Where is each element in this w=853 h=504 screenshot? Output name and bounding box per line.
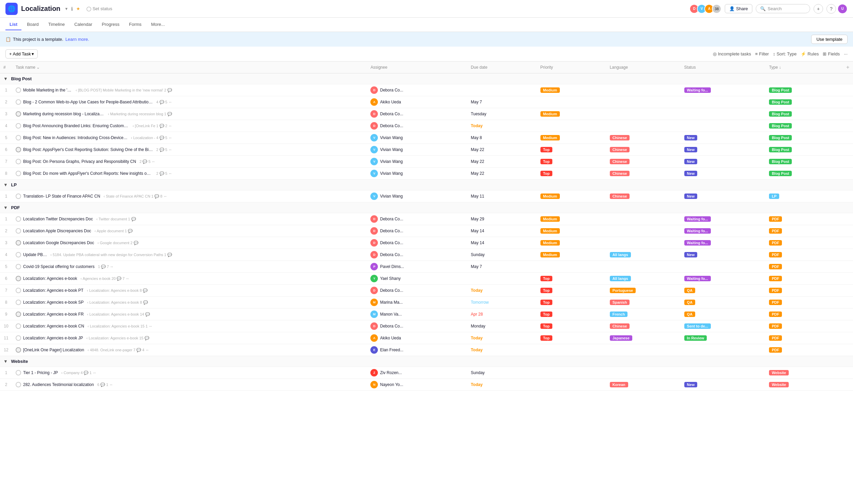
assignee-cell[interactable]: V Vivian Wang — [367, 132, 467, 144]
task-name-cell[interactable]: Localization Apple Discrepancies Doc ‹ A… — [12, 225, 367, 237]
star-icon[interactable]: ★ — [76, 6, 80, 11]
section-header[interactable]: ▼ LP — [0, 180, 853, 190]
table-row[interactable]: 11 Localization: Agencies e-book JP ‹ Lo… — [0, 332, 853, 344]
col-header-type[interactable]: Type ↓ — [766, 62, 843, 73]
row-options[interactable] — [843, 108, 853, 120]
task-checkbox[interactable] — [16, 135, 21, 140]
row-options[interactable] — [843, 285, 853, 297]
col-header-task[interactable]: Task name ⌄ — [12, 62, 367, 73]
tab-progress[interactable]: Progress — [98, 19, 123, 30]
task-checkbox[interactable] — [16, 264, 21, 269]
table-row[interactable]: 2 Localization Apple Discrepancies Doc ‹… — [0, 225, 853, 237]
table-row[interactable]: 1 Translation- LP State of Finance APAC … — [0, 190, 853, 202]
assignee-cell[interactable]: E Elan Freed... — [367, 344, 467, 356]
row-options[interactable] — [843, 237, 853, 249]
task-checkbox[interactable] — [16, 252, 21, 257]
task-checkbox[interactable] — [16, 147, 21, 152]
col-header-language[interactable]: Language — [606, 62, 681, 73]
row-options[interactable] — [843, 367, 853, 379]
table-row[interactable]: 12 [OneLink One Pager] Localization ‹ 48… — [0, 344, 853, 356]
row-options[interactable] — [843, 190, 853, 202]
assignee-cell[interactable]: A Akiko Ueda — [367, 332, 467, 344]
tab-calendar[interactable]: Calendar — [70, 19, 96, 30]
table-row[interactable]: 4 Blog Post Announcing Branded Links: En… — [0, 120, 853, 132]
table-row[interactable]: 7 Blog Post: On Persona Graphs, Privacy … — [0, 156, 853, 168]
assignee-cell[interactable]: Z Ziv Rozen... — [367, 367, 467, 379]
task-name-cell[interactable]: Blog Post: New in Audiences: Introducing… — [12, 132, 367, 144]
row-options[interactable] — [843, 96, 853, 108]
table-row[interactable]: 6 Blog Post: AppsFlyer's Cost Reporting … — [0, 144, 853, 156]
row-options[interactable] — [843, 332, 853, 344]
col-header-due[interactable]: Due date — [467, 62, 537, 73]
row-options[interactable] — [843, 84, 853, 96]
table-row[interactable]: 4 Update PBA onepagers - languages ‹ 518… — [0, 249, 853, 261]
task-name-cell[interactable]: Mobile Marketing in the 'new normal' - L… — [12, 84, 367, 96]
task-checkbox[interactable] — [16, 240, 21, 246]
tab-timeline[interactable]: Timeline — [44, 19, 69, 30]
section-chevron[interactable]: ▼ — [3, 359, 8, 364]
add-button[interactable]: + — [814, 4, 823, 14]
more-options-button[interactable]: ··· — [844, 51, 848, 56]
task-name-cell[interactable]: Localization: Agencies e-book FR ‹ Local… — [12, 308, 367, 320]
tab-forms[interactable]: Forms — [125, 19, 146, 30]
table-row[interactable]: 1 Tier 1 - Pricing - JP ‹ Company 4 💬 1 … — [0, 367, 853, 379]
set-status[interactable]: ◯ Set status — [86, 6, 112, 11]
assignee-cell[interactable]: M Marina Ma... — [367, 297, 467, 308]
task-checkbox[interactable] — [16, 276, 21, 281]
task-checkbox[interactable] — [16, 288, 21, 293]
section-chevron[interactable]: ▼ — [3, 76, 8, 81]
task-name-cell[interactable]: Blog Post: On Persona Graphs, Privacy an… — [12, 156, 367, 168]
assignee-cell[interactable]: D Debora Co... — [367, 320, 467, 332]
task-name-cell[interactable]: 282. Audiences Testimonial localization … — [12, 379, 367, 391]
info-icon[interactable]: ℹ — [71, 6, 73, 12]
sort-button[interactable]: ↕ Sort: Type — [773, 51, 797, 56]
help-button[interactable]: ? — [826, 4, 836, 14]
col-header-assignee[interactable]: Assignee — [367, 62, 467, 73]
table-row[interactable]: 9 Localization: Agencies e-book FR ‹ Loc… — [0, 308, 853, 320]
table-row[interactable]: 6 Localization: Agencies e-book ‹ Agenci… — [0, 273, 853, 285]
table-row[interactable]: 5 Covid-19 Special offering for customer… — [0, 261, 853, 273]
task-checkbox[interactable] — [16, 335, 21, 341]
use-template-button[interactable]: Use template — [811, 35, 848, 44]
section-chevron[interactable]: ▼ — [3, 182, 8, 187]
row-options[interactable] — [843, 344, 853, 356]
task-name-cell[interactable]: Localization: Agencies e-book PT ‹ Local… — [12, 285, 367, 297]
task-checkbox[interactable] — [16, 300, 21, 305]
assignee-cell[interactable]: D Debora Co... — [367, 249, 467, 261]
rules-button[interactable]: ⚡ Rules — [801, 51, 819, 56]
task-name-cell[interactable]: Localization: Agencies e-book SP ‹ Local… — [12, 297, 367, 308]
task-name-cell[interactable]: Blog Post: Do more with AppsFlyer's Coho… — [12, 168, 367, 180]
table-row[interactable]: 1 Mobile Marketing in the 'new normal' -… — [0, 84, 853, 96]
table-row[interactable]: 7 Localization: Agencies e-book PT ‹ Loc… — [0, 285, 853, 297]
task-name-cell[interactable]: Localization: Agencies e-book JP ‹ Local… — [12, 332, 367, 344]
col-header-priority[interactable]: Priority — [537, 62, 606, 73]
section-header[interactable]: ▼ PDF — [0, 202, 853, 213]
assignee-cell[interactable]: D Debora Co... — [367, 213, 467, 225]
assignee-cell[interactable]: D Debora Co... — [367, 237, 467, 249]
task-name-cell[interactable]: Blog - 2 Common Web-to-App Use Cases for… — [12, 96, 367, 108]
table-row[interactable]: 8 Blog Post: Do more with AppsFlyer's Co… — [0, 168, 853, 180]
share-button[interactable]: 👤 Share — [725, 4, 752, 13]
assignee-cell[interactable]: V Vivian Wang — [367, 144, 467, 156]
table-row[interactable]: 10 Localization: Agencies e-book CN ‹ Lo… — [0, 320, 853, 332]
task-name-cell[interactable]: Localization Twitter Discrepancies Doc ‹… — [12, 213, 367, 225]
tab-board[interactable]: Board — [23, 19, 43, 30]
task-checkbox[interactable] — [16, 382, 21, 387]
task-name-cell[interactable]: Tier 1 - Pricing - JP ‹ Company 4 💬 1 ↔ — [12, 367, 367, 379]
col-header-add[interactable]: + — [843, 62, 853, 73]
row-options[interactable] — [843, 225, 853, 237]
row-options[interactable] — [843, 144, 853, 156]
col-header-status[interactable]: Status — [681, 62, 766, 73]
task-name-cell[interactable]: Localization: Agencies e-book ‹ Agencies… — [12, 273, 367, 285]
tab-more[interactable]: More... — [147, 19, 169, 30]
row-options[interactable] — [843, 320, 853, 332]
task-checkbox[interactable] — [16, 370, 21, 375]
assignee-cell[interactable]: D Debora Co... — [367, 120, 467, 132]
assignee-cell[interactable]: V Vivian Wang — [367, 190, 467, 202]
row-options[interactable] — [843, 213, 853, 225]
table-row[interactable]: 1 Localization Twitter Discrepancies Doc… — [0, 213, 853, 225]
task-name-cell[interactable]: Blog Post: AppsFlyer's Cost Reporting So… — [12, 144, 367, 156]
task-checkbox[interactable] — [16, 87, 21, 93]
assignee-cell[interactable]: M Manon Va... — [367, 308, 467, 320]
task-name-cell[interactable]: [OneLink One Pager] Localization ‹ 4848.… — [12, 344, 367, 356]
